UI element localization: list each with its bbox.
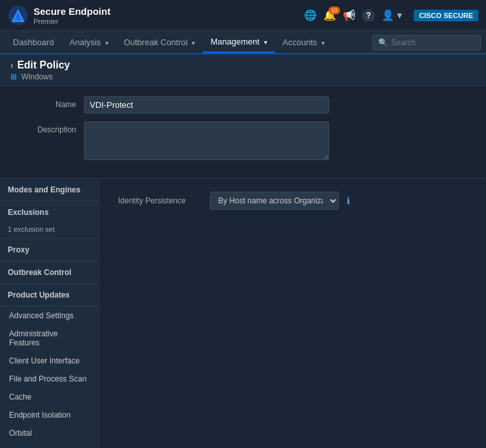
menu-management[interactable]: Management ▾ [203, 32, 275, 53]
app-sub: Premier [34, 17, 110, 25]
sidebar: Modes and Engines Exclusions 1 exclusion… [0, 179, 99, 448]
top-nav: Secure Endpoint Premier 🌐 🔔 10 📢 ? 👤 ▾ C… [0, 0, 486, 31]
name-row: Name [13, 96, 473, 114]
sidebar-section-exclusions: Exclusions 1 exclusion set [0, 201, 98, 239]
os-name: Windows [21, 72, 53, 81]
description-input[interactable] [84, 121, 329, 160]
help-icon-btn[interactable]: ? [362, 9, 375, 22]
content-area: Identity Persistence By Host name across… [99, 179, 486, 448]
sidebar-item-cache[interactable]: Cache [0, 388, 98, 406]
breadcrumb: ‹ Edit Policy [10, 59, 476, 71]
sidebar-section-proxy: Proxy [0, 239, 98, 261]
globe-icon-btn[interactable]: 🌐 [304, 9, 317, 21]
page-header: ‹ Edit Policy ⊞ Windows [0, 54, 486, 86]
nav-icons: 🌐 🔔 10 📢 ? 👤 ▾ CISCO SECURE [304, 9, 478, 22]
sidebar-section-product-updates: Product Updates [0, 284, 98, 307]
windows-icon: ⊞ [10, 72, 17, 81]
sidebar-item-endpoint-isolation[interactable]: Endpoint Isolation [0, 406, 98, 424]
bell-badge: 10 [329, 6, 340, 14]
os-label: ⊞ Windows [10, 72, 476, 81]
menu-bar: Dashboard Analysis ▾ Outbreak Control ▾ … [0, 31, 486, 54]
sidebar-item-file-process-scan[interactable]: File and Process Scan [0, 370, 98, 388]
sidebar-item-proxy[interactable]: Proxy [0, 239, 98, 261]
sidebar-item-product-updates[interactable]: Product Updates [0, 284, 98, 306]
app-logo-icon [8, 5, 28, 26]
search-icon: 🔍 [378, 38, 388, 47]
bell-icon-btn[interactable]: 🔔 10 [323, 9, 336, 21]
sidebar-item-admin-features[interactable]: Administrative Features [0, 325, 98, 352]
sidebar-section-modes: Modes and Engines [0, 179, 98, 201]
sidebar-item-outbreak-control[interactable]: Outbreak Control [0, 261, 98, 283]
user-icon-btn[interactable]: 👤 ▾ [381, 9, 402, 21]
sidebar-section-outbreak: Outbreak Control [0, 261, 98, 284]
menu-dashboard[interactable]: Dashboard [5, 32, 62, 52]
search-input[interactable] [391, 38, 475, 47]
back-arrow-btn[interactable]: ‹ [10, 60, 14, 70]
sidebar-item-advanced-settings[interactable]: Advanced Settings [0, 307, 98, 325]
sidebar-item-client-ui[interactable]: Client User Interface [0, 352, 98, 370]
info-icon[interactable]: ℹ [347, 196, 350, 206]
main-layout: Modes and Engines Exclusions 1 exclusion… [0, 179, 486, 448]
form-section: Name Description [0, 86, 486, 179]
menu-outbreak-control[interactable]: Outbreak Control ▾ [116, 32, 203, 52]
exclusions-sub-label: 1 exclusion set [0, 223, 98, 238]
identity-persistence-row: Identity Persistence By Host name across… [118, 192, 467, 210]
sidebar-item-modes-engines[interactable]: Modes and Engines [0, 179, 98, 201]
description-row: Description [13, 121, 473, 160]
sidebar-item-engines[interactable]: Engines [0, 442, 98, 448]
name-input[interactable] [84, 96, 329, 114]
search-box[interactable]: 🔍 [372, 35, 481, 50]
menu-analysis[interactable]: Analysis ▾ [62, 32, 116, 52]
name-label: Name [13, 96, 84, 109]
menu-accounts[interactable]: Accounts ▾ [275, 32, 332, 52]
logo-text-area: Secure Endpoint Premier [34, 6, 110, 25]
identity-persistence-select[interactable]: By Host name across Organizatio... By IP… [210, 192, 339, 210]
identity-persistence-label: Identity Persistence [118, 196, 202, 205]
megaphone-icon-btn[interactable]: 📢 [343, 9, 356, 21]
sidebar-item-orbital[interactable]: Orbital [0, 424, 98, 442]
app-name: Secure Endpoint [34, 6, 110, 17]
page-title: Edit Policy [17, 59, 70, 71]
logo-area: Secure Endpoint Premier [8, 5, 110, 26]
description-label: Description [13, 121, 84, 134]
identity-persistence-panel: Identity Persistence By Host name across… [99, 179, 486, 233]
cisco-logo: CISCO SECURE [414, 10, 478, 21]
sidebar-item-exclusions[interactable]: Exclusions [0, 201, 98, 223]
